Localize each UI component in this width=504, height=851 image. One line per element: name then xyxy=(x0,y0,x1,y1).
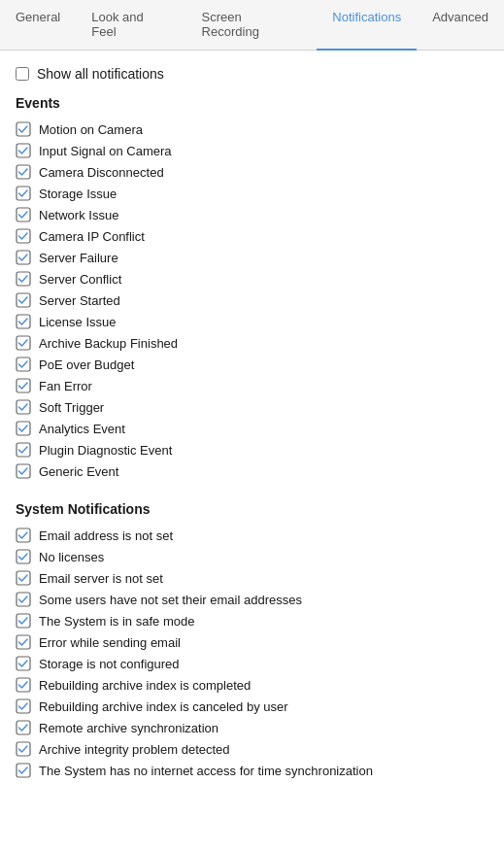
checked-icon xyxy=(16,570,31,586)
checked-icon xyxy=(16,357,31,372)
checked-icon xyxy=(16,207,31,222)
system-notification-item: Email address is not set xyxy=(16,525,488,546)
checked-icon xyxy=(16,442,31,458)
event-item: Soft Trigger xyxy=(16,396,488,418)
system-notification-label[interactable]: Email server is not set xyxy=(39,571,163,586)
system-notification-label[interactable]: Rebuilding archive index is canceled by … xyxy=(39,699,288,714)
system-notification-label[interactable]: Some users have not set their email addr… xyxy=(39,593,302,607)
event-label[interactable]: License Issue xyxy=(39,315,117,329)
event-item: Fan Error xyxy=(16,375,488,396)
event-label[interactable]: Motion on Camera xyxy=(39,122,143,137)
checked-icon xyxy=(16,378,31,393)
event-label[interactable]: Input Signal on Camera xyxy=(39,144,172,158)
system-notification-label[interactable]: Rebuilding archive index is completed xyxy=(39,678,251,693)
event-item: Server Failure xyxy=(16,247,488,268)
event-label[interactable]: Server Conflict xyxy=(39,272,121,287)
checked-icon xyxy=(16,228,31,244)
checked-icon xyxy=(16,421,31,436)
system-notification-item: Archive integrity problem detected xyxy=(16,738,488,760)
system-notification-label[interactable]: Email address is not set xyxy=(39,528,173,543)
system-notifications-list: Email address is not set No licenses Ema… xyxy=(16,525,488,781)
checked-icon xyxy=(16,720,31,735)
event-item: Motion on Camera xyxy=(16,119,488,140)
event-label[interactable]: Server Failure xyxy=(39,251,118,265)
show-all-row: Show all notifications xyxy=(16,66,488,82)
events-section: Events Motion on Camera Input Signal on … xyxy=(16,95,488,482)
system-notification-item: Error while sending email xyxy=(16,631,488,653)
checked-icon xyxy=(16,399,31,415)
event-item: License Issue xyxy=(16,311,488,332)
checked-icon xyxy=(16,656,31,671)
checked-icon xyxy=(16,292,31,308)
checked-icon xyxy=(16,143,31,158)
event-label[interactable]: Analytics Event xyxy=(39,422,125,436)
event-label[interactable]: Camera IP Conflict xyxy=(39,229,145,244)
checked-icon xyxy=(16,613,31,629)
event-label[interactable]: Archive Backup Finished xyxy=(39,336,178,351)
checked-icon xyxy=(16,698,31,714)
checked-icon xyxy=(16,164,31,180)
system-notification-item: The System is in safe mode xyxy=(16,610,488,631)
event-item: Server Conflict xyxy=(16,268,488,289)
event-item: Storage Issue xyxy=(16,183,488,204)
event-item: Server Started xyxy=(16,289,488,311)
system-notification-label[interactable]: Archive integrity problem detected xyxy=(39,742,230,757)
checked-icon xyxy=(16,121,31,137)
tab-advanced[interactable]: Advanced xyxy=(417,0,504,51)
event-item: Camera IP Conflict xyxy=(16,225,488,247)
system-notification-item: Storage is not configured xyxy=(16,653,488,674)
checked-icon xyxy=(16,463,31,479)
system-notification-item: Rebuilding archive index is canceled by … xyxy=(16,696,488,717)
checked-icon xyxy=(16,592,31,607)
system-notification-label[interactable]: The System is in safe mode xyxy=(39,614,194,629)
event-item: Archive Backup Finished xyxy=(16,332,488,354)
system-notification-item: Rebuilding archive index is completed xyxy=(16,674,488,696)
event-label[interactable]: Network Issue xyxy=(39,208,118,222)
system-notification-label[interactable]: Error while sending email xyxy=(39,635,181,650)
show-all-label[interactable]: Show all notifications xyxy=(37,66,164,82)
system-title: System Notifications xyxy=(16,501,488,517)
event-label[interactable]: Storage Issue xyxy=(39,187,117,201)
event-item: Generic Event xyxy=(16,460,488,482)
system-notification-label[interactable]: The System has no internet access for ti… xyxy=(39,764,373,778)
event-label[interactable]: Generic Event xyxy=(39,464,118,479)
checked-icon xyxy=(16,186,31,201)
event-item: Camera Disconnected xyxy=(16,161,488,183)
event-label[interactable]: Fan Error xyxy=(39,379,92,393)
event-item: Plugin Diagnostic Event xyxy=(16,439,488,460)
system-notification-label[interactable]: Remote archive synchronization xyxy=(39,721,218,735)
checked-icon xyxy=(16,677,31,693)
tab-screen-recording[interactable]: Screen Recording xyxy=(186,0,318,51)
tab-look-and-feel[interactable]: Look and Feel xyxy=(76,0,185,51)
events-title: Events xyxy=(16,95,488,111)
event-item: Input Signal on Camera xyxy=(16,140,488,161)
checked-icon xyxy=(16,271,31,287)
checked-icon xyxy=(16,314,31,329)
checked-icon xyxy=(16,763,31,778)
event-label[interactable]: Server Started xyxy=(39,293,120,308)
event-item: Analytics Event xyxy=(16,418,488,439)
system-notification-label[interactable]: Storage is not configured xyxy=(39,657,180,671)
system-notification-item: Remote archive synchronization xyxy=(16,717,488,738)
event-label[interactable]: Soft Trigger xyxy=(39,400,104,415)
checked-icon xyxy=(16,549,31,564)
checked-icon xyxy=(16,335,31,351)
checked-icon xyxy=(16,528,31,543)
event-label[interactable]: Camera Disconnected xyxy=(39,165,164,180)
checked-icon xyxy=(16,250,31,265)
event-label[interactable]: Plugin Diagnostic Event xyxy=(39,443,172,458)
tabs-bar: GeneralLook and FeelScreen RecordingNoti… xyxy=(0,0,504,51)
system-notification-item: Some users have not set their email addr… xyxy=(16,589,488,610)
checked-icon xyxy=(16,634,31,650)
system-notification-item: The System has no internet access for ti… xyxy=(16,760,488,781)
system-section: System Notifications Email address is no… xyxy=(16,501,488,781)
system-notification-label[interactable]: No licenses xyxy=(39,550,104,564)
tab-notifications[interactable]: Notifications xyxy=(317,0,417,51)
event-item: Network Issue xyxy=(16,204,488,225)
event-item: PoE over Budget xyxy=(16,354,488,375)
checked-icon xyxy=(16,741,31,757)
system-notification-item: No licenses xyxy=(16,546,488,567)
show-all-checkbox[interactable] xyxy=(16,67,29,81)
event-label[interactable]: PoE over Budget xyxy=(39,357,134,372)
tab-general[interactable]: General xyxy=(0,0,76,51)
